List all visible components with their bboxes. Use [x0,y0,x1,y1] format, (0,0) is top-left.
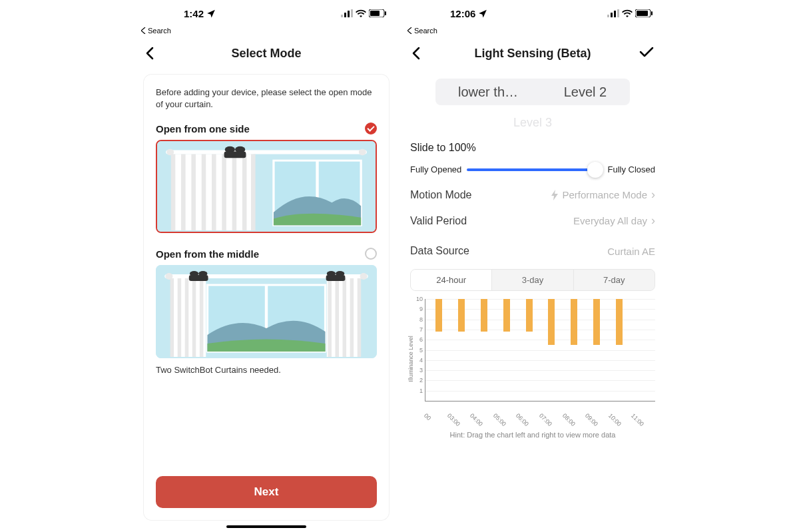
wifi-icon [356,9,366,17]
light-sensing-body: lower th… Level 2 Level 3 Slide to 100% … [400,69,666,444]
option-helper-text: Two SwitchBot Curtains needed. [156,365,377,375]
chart-hint: Hint: Drag the chart left and right to v… [410,431,655,439]
slider-thumb[interactable] [587,162,603,178]
bar [481,299,487,332]
svg-rect-34 [617,9,619,17]
location-services-icon [206,9,216,18]
option-open-one-side[interactable]: Open from one side [156,123,377,134]
setting-value: Performance Mode [562,189,647,200]
breadcrumb[interactable]: Search [133,27,400,37]
cellular-signal-icon [341,9,353,17]
illustration-one-side[interactable] [156,140,377,233]
level-picker[interactable]: lower th… Level 2 [435,79,630,105]
svg-rect-1 [344,13,346,17]
svg-rect-5 [370,11,380,16]
row-motion-mode[interactable]: Motion Mode Performance Mode › [410,188,655,202]
bar [526,299,533,332]
status-bar: 12:06 [400,0,666,27]
bolt-icon [551,190,558,200]
seg-7-day[interactable]: 7-day [574,270,655,290]
cellular-signal-icon [607,9,619,17]
x-tick-label: 10:00 [607,412,627,431]
illustration-middle[interactable] [156,265,377,358]
picker-right: Level 2 [541,85,630,100]
phone-select-mode: 1:42 Search Select Mode Before adding yo… [133,0,400,532]
picker-left: lower th… [435,85,541,100]
bar [593,299,600,345]
breadcrumb-label: Search [148,27,171,35]
setting-value: Everyday All day [573,215,647,226]
seg-3-day[interactable]: 3-day [492,270,573,290]
svg-rect-36 [637,11,648,16]
bar [435,299,442,332]
chart-range-segmented: 24-hour 3-day 7-day [410,269,655,291]
svg-rect-0 [341,15,343,17]
row-data-source: Data Source Curtain AE [410,245,655,257]
svg-rect-8 [166,150,367,154]
picker-ghost-option: Level 3 [410,116,655,130]
x-tick-label: 09:00 [584,412,603,431]
svg-rect-16 [224,152,246,158]
svg-rect-27 [189,275,208,281]
svg-point-10 [359,149,366,156]
breadcrumb[interactable]: Search [400,27,666,37]
chart-area: 12345678910 [425,299,655,401]
battery-icon [635,9,653,17]
x-tick-label: 03:00 [446,412,465,431]
option-label: Open from one side [156,123,250,134]
x-tick-label: 05:00 [492,412,511,431]
x-tick-label: 00 [423,412,442,431]
content-card: Before adding your device, please select… [144,75,389,520]
wifi-icon [622,9,633,17]
x-axis-labels: 0003:0004:0005:0006:0007:0008:0009:0010:… [425,411,655,419]
setting-label: Valid Period [410,215,467,227]
slider-max-label: Fully Closed [607,164,655,174]
setting-label: Motion Mode [410,189,472,201]
bar [503,299,510,332]
row-valid-period[interactable]: Valid Period Everyday All day › [410,214,655,228]
confirm-button[interactable] [639,47,654,60]
back-button[interactable] [411,47,421,60]
nav-bar: Select Mode [133,37,400,69]
slider-track [467,168,602,171]
chevron-right-icon: › [651,188,655,202]
battery-icon [369,9,386,17]
chevron-right-icon: › [651,214,655,228]
svg-rect-2 [348,11,350,17]
location-services-icon [478,9,487,18]
x-tick-label: 04:00 [469,412,488,431]
option-open-middle[interactable]: Open from the middle [156,248,377,260]
x-tick-label: 07:00 [538,412,557,431]
page-title: Select Mode [133,47,400,61]
svg-rect-33 [614,11,616,17]
svg-rect-3 [351,9,353,17]
status-time: 1:42 [184,8,204,19]
slider-title: Slide to 100% [410,142,655,154]
svg-rect-32 [611,13,613,17]
nav-bar: Light Sensing (Beta) [400,37,666,69]
home-indicator[interactable] [226,525,306,528]
option-label: Open from the middle [156,248,259,260]
x-tick-label: 06:00 [515,412,534,431]
next-button[interactable]: Next [156,476,377,508]
slider-min-label: Fully Opened [410,164,461,174]
bar [616,299,623,345]
svg-rect-30 [326,275,346,281]
intro-text: Before adding your device, please select… [156,87,377,111]
seg-24-hour[interactable]: 24-hour [411,270,492,290]
svg-rect-6 [385,11,386,15]
page-title: Light Sensing (Beta) [400,47,666,61]
x-tick-label: 11:00 [630,412,649,431]
illuminance-chart[interactable]: Illuminance Level 12345678910 0003:0004:… [410,299,655,419]
setting-value: Curtain AE [607,246,655,257]
bar [458,299,465,332]
svg-rect-37 [651,11,653,15]
phone-light-sensing: 12:06 Search Light Sensing (Beta) [400,0,666,532]
x-tick-label: 08:00 [561,412,580,431]
slide-position-slider[interactable]: Fully Opened Fully Closed [410,164,655,174]
bar [571,299,577,345]
breadcrumb-label: Search [414,27,437,35]
back-button[interactable] [145,47,154,60]
svg-rect-31 [607,15,609,17]
radio-checked-icon [365,123,377,134]
